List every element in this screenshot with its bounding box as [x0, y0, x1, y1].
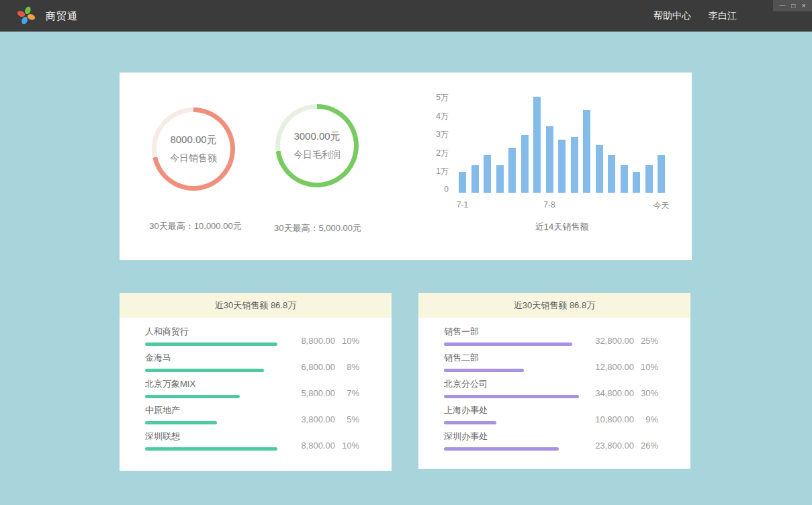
- progress-bar: [444, 421, 496, 424]
- progress-bar: [145, 395, 240, 398]
- help-center-link[interactable]: 帮助中心: [653, 10, 691, 22]
- sales-bar: [546, 126, 553, 193]
- item-name: 北京万象MIX: [145, 378, 280, 390]
- sales-bar: [583, 110, 590, 193]
- bar-chart-y-axis: 5万4万3万2万1万0: [420, 97, 449, 193]
- sales-bar: [521, 135, 529, 193]
- y-axis-tick: 3万: [420, 129, 449, 140]
- item-name: 人和商贸行: [145, 326, 280, 338]
- list-item: 销售二部12,800.0010%: [444, 355, 658, 372]
- sales-bar-plot: [459, 97, 665, 193]
- today-sales-gauge: 8000.00元 今日销售额: [152, 107, 235, 191]
- item-name: 金海马: [145, 352, 280, 364]
- list-item: 中原地产3,800.005%: [145, 408, 359, 424]
- sales-bar: [508, 148, 516, 193]
- item-name: 上海办事处: [444, 404, 579, 416]
- today-profit-gauge: 3000.00元 今日毛利润: [275, 104, 359, 187]
- user-name[interactable]: 李白江: [709, 10, 737, 22]
- sales-percent: 8%: [335, 362, 359, 372]
- maximize-button[interactable]: □: [791, 0, 795, 11]
- sales-percent: 9%: [634, 414, 658, 424]
- progress-bar: [145, 342, 277, 346]
- item-figures: 3,800.005%: [280, 414, 359, 424]
- y-axis-tick: 0: [420, 185, 449, 194]
- sales-percent: 5%: [335, 414, 359, 424]
- x-axis-tick: 今天: [647, 200, 676, 212]
- sales-bar: [459, 172, 466, 193]
- item-figures: 34,800.0030%: [579, 388, 658, 398]
- sales-percent: 30%: [634, 388, 658, 398]
- item-figures: 10,800.009%: [579, 414, 658, 424]
- sales-bar: [645, 165, 653, 193]
- overview-card: 8000.00元 今日销售额 30天最高：10,000.00元 3000.00元…: [120, 73, 692, 260]
- sales-bar: [596, 145, 603, 193]
- item-figures: 32,800.0025%: [579, 336, 658, 346]
- today-profit-value: 3000.00元: [294, 130, 340, 143]
- sales-percent: 7%: [335, 388, 359, 398]
- sales-value: 34,800.00: [579, 388, 634, 398]
- item-figures: 8,800.0010%: [280, 441, 359, 451]
- sales-percent: 10%: [335, 336, 359, 346]
- sales-value: 23,800.00: [579, 441, 634, 451]
- item-figures: 23,800.0026%: [579, 441, 658, 451]
- app-logo-icon: [16, 5, 36, 26]
- sales-value: 10,800.00: [579, 414, 634, 424]
- item-name: 销售二部: [444, 352, 579, 364]
- list-item: 人和商贸行8,800.0010%: [145, 329, 359, 346]
- window-controls: — □ ×: [773, 0, 812, 11]
- item-name: 深圳联想: [145, 430, 280, 443]
- item-figures: 12,800.0010%: [579, 362, 658, 372]
- list-item: 深圳办事处23,800.0026%: [444, 434, 658, 451]
- sales-bar: [471, 165, 479, 193]
- customers-panel-header: 近30天销售额 86.8万: [120, 293, 392, 318]
- today-profit-30d-max: 30天最高：5,000.00元: [257, 222, 378, 234]
- sales-bar: [484, 155, 491, 193]
- list-item: 销售一部32,800.0025%: [444, 329, 658, 346]
- today-sales-30d-max: 30天最高：10,000.00元: [135, 220, 256, 232]
- x-axis-tick: 7-1: [448, 200, 478, 210]
- item-name: 北京分公司: [444, 378, 579, 390]
- item-name: 销售一部: [444, 326, 579, 338]
- item-name: 深圳办事处: [444, 430, 579, 443]
- sales-percent: 26%: [634, 441, 658, 451]
- y-axis-tick: 2万: [420, 148, 449, 159]
- list-item: 深圳联想8,800.0010%: [145, 434, 359, 451]
- list-item: 上海办事处10,800.009%: [444, 408, 658, 424]
- sales-bar: [658, 155, 665, 193]
- sales-bar: [608, 155, 615, 193]
- sales-value: 32,800.00: [579, 336, 634, 346]
- sales-bar: [633, 172, 640, 193]
- sales-bar: [558, 140, 566, 193]
- progress-bar: [444, 395, 579, 398]
- sales-value: 5,800.00: [280, 388, 335, 398]
- today-sales-label: 今日销售额: [170, 152, 217, 165]
- customers-panel-body: 人和商贸行8,800.0010%金海马6,800.008%北京万象MIX5,80…: [120, 318, 392, 451]
- y-axis-tick: 4万: [420, 111, 449, 122]
- item-name: 中原地产: [145, 404, 280, 416]
- app-title: 商贸通: [46, 0, 78, 32]
- sales-bar: [621, 165, 628, 193]
- sales-value: 12,800.00: [579, 362, 634, 372]
- today-sales-value: 8000.00元: [170, 134, 216, 146]
- sales-value: 6,800.00: [280, 362, 335, 372]
- sales-percent: 10%: [634, 362, 658, 372]
- sales-percent: 25%: [634, 336, 658, 346]
- sales-bar: [496, 165, 504, 193]
- bar-chart-x-axis: 7-17-8今天: [459, 200, 665, 211]
- progress-bar: [145, 447, 277, 451]
- progress-bar: [444, 342, 572, 346]
- item-figures: 8,800.0010%: [280, 336, 359, 346]
- sales-bar: [571, 137, 578, 193]
- minimize-button[interactable]: —: [779, 0, 785, 11]
- sales-percent: 10%: [335, 441, 359, 451]
- list-item: 北京万象MIX5,800.007%: [145, 381, 359, 398]
- close-button[interactable]: ×: [801, 0, 805, 11]
- departments-panel-body: 销售一部32,800.0025%销售二部12,800.0010%北京分公司34,…: [418, 318, 690, 451]
- titlebar: 商贸通 帮助中心 李白江 — □ ×: [0, 0, 812, 32]
- bar-chart-title: 近14天销售额: [459, 221, 665, 233]
- sales-value: 3,800.00: [280, 414, 335, 424]
- sales-value: 8,800.00: [280, 336, 335, 346]
- x-axis-tick: 7-8: [535, 200, 564, 210]
- sales-value: 8,800.00: [280, 441, 335, 451]
- customers-sales-panel: 近30天销售额 86.8万 人和商贸行8,800.0010%金海马6,800.0…: [120, 293, 392, 471]
